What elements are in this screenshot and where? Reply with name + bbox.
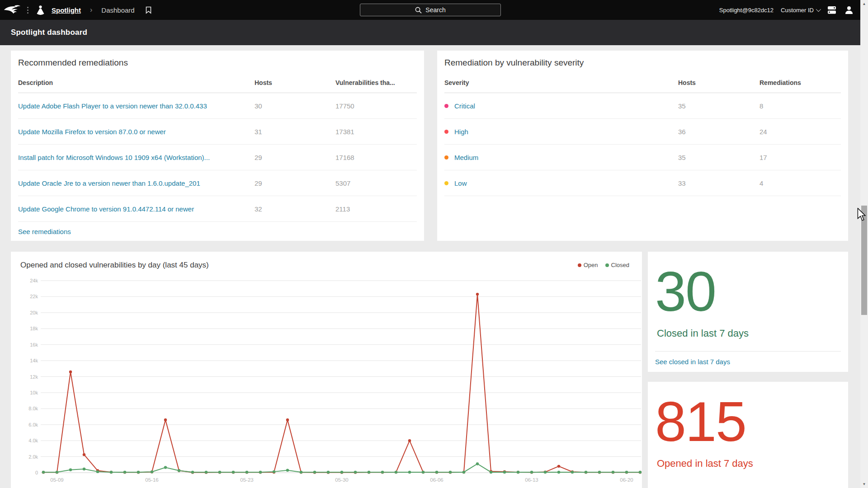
- bookmark-icon[interactable]: [146, 6, 151, 14]
- table-row: Update Mozilla Firefox to version 87.0.0…: [18, 119, 417, 145]
- remediation-description-link[interactable]: Update Adobe Flash Player to a version n…: [18, 102, 255, 110]
- severity-dot-icon: [444, 155, 448, 160]
- svg-text:20k: 20k: [30, 310, 38, 315]
- brand-area: Spotlight › Dashboard: [0, 4, 151, 16]
- search-input[interactable]: Search: [360, 4, 501, 16]
- legend-dot-icon: [578, 263, 581, 267]
- closed-count: 30: [655, 263, 848, 319]
- opened-label: Opened in last 7 days: [657, 458, 848, 469]
- vulnerabilities-value: 17381: [335, 128, 417, 136]
- customer-id-dropdown[interactable]: Customer ID: [781, 7, 820, 14]
- scroll-up-arrow[interactable]: ▲: [860, 0, 868, 8]
- table-row: Install patch for Microsoft Windows 10 1…: [18, 145, 417, 170]
- notifications-icon[interactable]: [827, 5, 837, 15]
- remediation-description-link[interactable]: Update Oracle Jre to a version newer tha…: [18, 179, 255, 187]
- table-header: Description Hosts Vulnerabilities tha...: [18, 72, 417, 93]
- vulnerabilities-value: 17168: [335, 154, 417, 161]
- search-icon: [415, 7, 422, 14]
- see-remediations-link[interactable]: See remediations: [18, 228, 71, 235]
- scrollbar-thumb[interactable]: [861, 206, 867, 315]
- table-row: Low334: [444, 170, 841, 196]
- opened-count: 815: [655, 394, 848, 450]
- see-closed-link[interactable]: See closed in last 7 days: [655, 358, 730, 366]
- breadcrumb-separator: ›: [90, 6, 92, 14]
- severity-link[interactable]: High: [454, 128, 468, 136]
- remediation-description-link[interactable]: Install patch for Microsoft Windows 10 1…: [18, 154, 255, 161]
- svg-text:06-13: 06-13: [525, 477, 538, 483]
- legend-item: Open: [578, 262, 598, 268]
- vertical-scrollbar[interactable]: ▲ ▼: [860, 0, 868, 488]
- user-profile-icon[interactable]: [844, 5, 854, 15]
- svg-text:05-09: 05-09: [50, 477, 63, 483]
- column-remediations: Remediations: [760, 79, 841, 86]
- top-right-cluster: Spotlight@9c82dc12 Customer ID: [719, 0, 854, 20]
- top-navigation-bar: Spotlight › Dashboard Search Spotlight@9…: [0, 0, 860, 20]
- hosts-value: 30: [255, 102, 335, 110]
- vulnerabilities-value: 2113: [335, 205, 417, 213]
- legend-item: Closed: [605, 262, 629, 268]
- svg-text:24k: 24k: [30, 278, 38, 283]
- svg-text:16k: 16k: [30, 342, 38, 347]
- column-description: Description: [18, 79, 255, 86]
- svg-text:06-20: 06-20: [620, 477, 633, 483]
- svg-text:4.0k: 4.0k: [28, 438, 38, 443]
- chevron-down-icon: [816, 7, 821, 12]
- closed-stat-card: 30 Closed in last 7 days See closed in l…: [648, 252, 848, 372]
- hosts-value: 35: [678, 102, 760, 110]
- scroll-down-arrow[interactable]: ▼: [860, 480, 868, 488]
- chart-title: Opened and closed vulnerabilities by day…: [20, 261, 209, 270]
- remediations-value: 8: [760, 102, 841, 110]
- remediation-description-link[interactable]: Update Google Chrome to version 91.0.447…: [18, 205, 255, 213]
- chart-legend: OpenClosed: [578, 262, 629, 268]
- svg-text:18k: 18k: [30, 326, 38, 331]
- vulnerabilities-chart-card: Opened and closed vulnerabilities by day…: [11, 252, 642, 488]
- closed-label: Closed in last 7 days: [657, 328, 848, 339]
- line-chart: 02.0k4.0k6.0k8.0k10k12k14k16k18k20k22k24…: [22, 275, 642, 488]
- severity-card: Remediation by vulnerability severity Se…: [437, 51, 848, 241]
- svg-text:6.0k: 6.0k: [28, 422, 38, 427]
- hosts-value: 36: [678, 128, 760, 136]
- severity-table-body: Critical358High3624Medium3517Low334: [437, 93, 848, 196]
- severity-link[interactable]: Medium: [454, 154, 478, 161]
- svg-text:22k: 22k: [30, 294, 38, 299]
- legend-dot-icon: [605, 263, 609, 267]
- account-name: Spotlight@9c82dc12: [719, 7, 774, 14]
- page-header-bar: Spotlight dashboard: [0, 20, 860, 45]
- column-hosts: Hosts: [678, 79, 760, 86]
- severity-link[interactable]: Low: [454, 179, 467, 187]
- vulnerabilities-value: 5307: [335, 179, 417, 187]
- column-hosts: Hosts: [255, 79, 335, 86]
- card-title: Remediation by vulnerability severity: [444, 58, 841, 68]
- remediations-value: 24: [760, 128, 841, 136]
- svg-text:8.0k: 8.0k: [28, 406, 38, 411]
- table-row: Update Oracle Jre to a version newer tha…: [18, 170, 417, 196]
- hosts-value: 33: [678, 179, 760, 187]
- remediations-value: 17: [760, 154, 841, 161]
- svg-text:05-30: 05-30: [335, 477, 348, 483]
- remediation-description-link[interactable]: Update Mozilla Firefox to version 87.0.0…: [18, 128, 255, 136]
- svg-text:10k: 10k: [30, 390, 38, 395]
- table-header: Severity Hosts Remediations: [444, 72, 841, 93]
- svg-text:2.0k: 2.0k: [28, 454, 38, 460]
- table-row: High3624: [444, 119, 841, 145]
- apps-menu-icon[interactable]: [26, 7, 29, 14]
- table-row: Update Google Chrome to version 91.0.447…: [18, 196, 417, 222]
- hosts-value: 31: [255, 128, 335, 136]
- severity-dot-icon: [444, 181, 448, 185]
- severity-link[interactable]: Critical: [454, 102, 475, 110]
- crowdstrike-falcon-logo[interactable]: [4, 4, 21, 16]
- page-title: Spotlight dashboard: [11, 28, 87, 37]
- column-severity: Severity: [444, 79, 678, 86]
- remediations-value: 4: [760, 179, 841, 187]
- svg-text:05-23: 05-23: [240, 477, 253, 483]
- hosts-value: 35: [678, 154, 760, 161]
- severity-dot-icon: [444, 130, 448, 134]
- breadcrumb-current: Dashboard: [101, 6, 134, 14]
- svg-text:14k: 14k: [30, 358, 38, 363]
- hosts-value: 32: [255, 205, 335, 213]
- search-placeholder: Search: [425, 6, 445, 14]
- table-row: Update Adobe Flash Player to a version n…: [18, 93, 417, 119]
- breadcrumb-spotlight-link[interactable]: Spotlight: [52, 6, 81, 14]
- svg-text:05-16: 05-16: [145, 477, 158, 483]
- svg-text:0: 0: [35, 470, 38, 475]
